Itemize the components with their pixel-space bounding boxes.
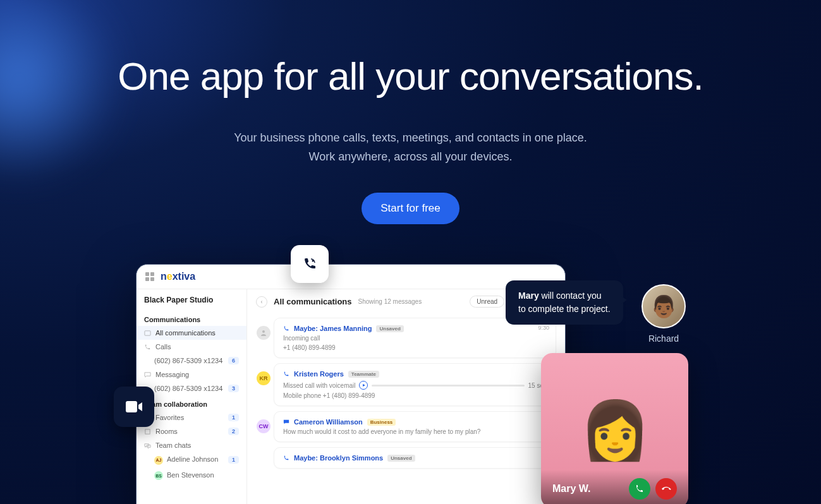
sidebar-team-chats[interactable]: Team chats	[137, 438, 246, 452]
app-logo: nextiva	[161, 271, 195, 282]
avatar: 👨🏾	[642, 284, 686, 328]
card-time: 9:30	[538, 325, 549, 331]
sidebar-rooms[interactable]: Rooms2	[137, 424, 246, 438]
sidebar-all-communications[interactable]: All communications	[137, 326, 246, 340]
start-free-button[interactable]: Start for free	[362, 193, 459, 224]
video-call-card: 👩 Mary W.	[541, 353, 688, 504]
video-icon	[114, 387, 154, 427]
hero-title: One app for all your conversations.	[0, 54, 821, 99]
audio-track[interactable]	[372, 385, 524, 387]
svg-rect-2	[145, 330, 150, 335]
filter-unread[interactable]: Unread	[470, 296, 504, 308]
svg-rect-3	[145, 429, 150, 433]
chat-bubble: Mary will contact you to complete the pr…	[506, 280, 623, 325]
message-card[interactable]: KR Kristen RogersTeammate Missed call wi…	[274, 363, 556, 406]
sidebar-call-number[interactable]: (602) 867-5309 x12346	[137, 354, 246, 368]
svg-rect-1	[126, 401, 137, 412]
play-button[interactable]	[359, 381, 368, 390]
sidebar-user-ben[interactable]: BSBen Stevenson	[137, 468, 246, 484]
phone-icon	[283, 325, 289, 332]
panel-title: All communications	[274, 297, 352, 306]
caller-name: Mary W.	[552, 483, 624, 495]
avatar: CW	[257, 419, 271, 433]
contact-name: Richard	[642, 333, 686, 344]
tag-teammate: Teammate	[348, 371, 379, 378]
sidebar-calls[interactable]: Calls	[137, 340, 246, 354]
contact-name: Cameron Williamson	[294, 418, 363, 426]
sidebar-messaging[interactable]: Messaging	[137, 368, 246, 381]
phone-icon	[291, 245, 329, 283]
contact-name: Maybe: Brooklyn Simmons	[294, 454, 383, 462]
sidebar-user-adeline[interactable]: AJAdeline Johnson1	[137, 452, 246, 468]
contact-name: Maybe: James Manning	[294, 325, 372, 332]
app-menu-icon[interactable]	[145, 272, 154, 281]
message-card[interactable]: Maybe: Brooklyn SimmonsUnsaved	[274, 447, 556, 469]
hero-subtitle-2: Work anywhere, across all your devices.	[0, 148, 821, 167]
svg-point-4	[262, 330, 265, 333]
avatar	[257, 326, 271, 340]
tag-unsaved: Unsaved	[376, 325, 403, 332]
back-button[interactable]: ‹	[256, 296, 267, 308]
workspace-name: Black Paper Studio	[137, 289, 246, 311]
message-card[interactable]: CW Cameron WilliamsonBusiness How much w…	[274, 411, 556, 442]
tag-business: Business	[367, 419, 396, 426]
panel-subtitle: Showing 12 messages	[358, 298, 422, 305]
contact-richard: 👨🏾 Richard	[642, 284, 686, 344]
accept-call-button[interactable]	[629, 478, 650, 500]
chat-icon	[283, 419, 289, 425]
phone-icon	[283, 455, 289, 461]
hero-subtitle-1: Your business phone calls, texts, meetin…	[0, 129, 821, 148]
contact-name: Kristen Rogers	[294, 370, 344, 378]
section-communications: Communications	[137, 311, 246, 326]
tag-unsaved: Unsaved	[387, 455, 415, 462]
decline-call-button[interactable]	[655, 478, 677, 500]
avatar: KR	[257, 371, 271, 385]
phone-icon	[283, 371, 289, 377]
app-window: nextiva Black Paper Studio Communication…	[136, 264, 566, 504]
